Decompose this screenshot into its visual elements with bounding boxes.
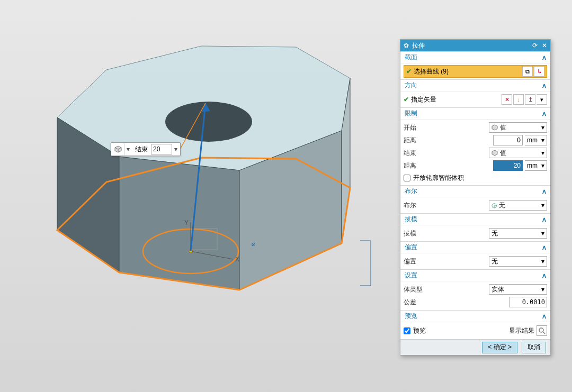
vector-dialog-icon[interactable]: ✕ (502, 94, 512, 105)
svg-text:X: X (235, 256, 239, 263)
cube-icon (491, 150, 498, 156)
end-mode-dropdown[interactable]: 值 ▾ (489, 148, 547, 158)
cube-icon (112, 143, 124, 155)
specify-vector-label: 指定矢量 (411, 95, 499, 104)
section-header-draft[interactable]: 拔模 ʌ (400, 213, 550, 225)
chevron-up-icon: ʌ (542, 110, 546, 117)
end-unit-dropdown[interactable]: mm▾ (525, 160, 547, 171)
section-header-offset[interactable]: 偏置 ʌ (400, 241, 550, 253)
offset-label: 偏置 (404, 257, 430, 266)
body-type-label: 体类型 (404, 285, 430, 294)
open-profile-checkbox[interactable] (404, 175, 410, 181)
chevron-up-icon: ʌ (542, 272, 546, 279)
end-distance-input[interactable] (493, 160, 523, 171)
start-distance-input[interactable] (493, 135, 523, 145)
svg-marker-16 (492, 125, 497, 130)
ok-button[interactable]: < 确定 > (482, 342, 517, 353)
start-label: 开始 (404, 123, 430, 132)
open-profile-label: 开放轮廓智能体积 (413, 174, 464, 183)
close-icon[interactable]: ✕ (542, 42, 547, 49)
section-header-limit[interactable]: 限制 ʌ (400, 107, 550, 119)
check-icon: ✔ (406, 68, 412, 75)
chevron-down-icon[interactable]: ▾ (537, 94, 547, 105)
section-header-direction[interactable]: 方向 ʌ (400, 79, 550, 91)
select-curve-label: 选择曲线 (9) (414, 67, 449, 76)
offset-dropdown[interactable]: 无▾ (489, 256, 547, 267)
dialog-title: 拉伸 (412, 41, 425, 50)
svg-text:Y: Y (184, 219, 189, 226)
magnifier-icon[interactable] (537, 325, 547, 336)
tolerance-input[interactable] (509, 297, 547, 307)
solid-side-2 (119, 157, 239, 290)
svg-line-19 (543, 332, 545, 334)
dialog-footer: < 确定 > 取消 (400, 339, 550, 355)
curve-rule-icon[interactable]: ↳ (534, 66, 544, 77)
check-icon: ✔ (404, 96, 409, 103)
sketch-section-icon[interactable]: ⧉ (522, 66, 533, 77)
cancel-button[interactable]: 取消 (522, 342, 546, 353)
chevron-up-icon: ʌ (542, 54, 546, 61)
end-label: 结束 (404, 149, 430, 158)
cube-icon (491, 124, 498, 131)
svg-point-18 (539, 328, 543, 332)
draft-label: 拔模 (404, 229, 430, 238)
svg-text:⌀: ⌀ (252, 240, 255, 248)
section-header-settings[interactable]: 设置 ʌ (400, 269, 550, 281)
boolean-label: 布尔 (404, 201, 430, 210)
chevron-up-icon: ʌ (542, 313, 546, 320)
none-icon: ◶ (491, 202, 497, 209)
preview-checkbox-label: 预览 (413, 326, 426, 335)
extrude-dialog: ✿ 拉伸 ⟳ ✕ 截面 ʌ ✔ 选择曲线 (9) ⧉ ↳ 方向 ʌ ✔ 指定矢量 (400, 39, 551, 355)
section-header-preview[interactable]: 预览 ʌ (400, 310, 550, 322)
select-curve-row[interactable]: ✔ 选择曲线 (9) ⧉ ↳ (404, 65, 547, 78)
extrude-end-flyout[interactable]: ▾ 结束 ▾ (111, 142, 181, 156)
flyout-label: 结束 (132, 145, 151, 154)
boolean-dropdown[interactable]: ◶ 无 ▾ (489, 200, 547, 211)
svg-marker-17 (492, 150, 497, 156)
end-distance-label: 距离 (404, 161, 430, 170)
reset-icon[interactable]: ⟳ (532, 42, 538, 49)
flyout-value-input[interactable] (151, 144, 172, 154)
preview-checkbox[interactable] (404, 327, 410, 334)
draft-dropdown[interactable]: 无▾ (489, 228, 547, 239)
start-unit-dropdown[interactable]: mm▾ (525, 135, 547, 145)
chevron-up-icon: ʌ (542, 216, 546, 223)
gear-icon: ✿ (404, 42, 409, 49)
chevron-down-icon[interactable]: ▾ (124, 145, 132, 153)
chevron-down-icon[interactable]: ▾ (172, 145, 180, 153)
dialog-titlebar[interactable]: ✿ 拉伸 ⟳ ✕ (400, 40, 550, 51)
start-mode-dropdown[interactable]: 值 ▾ (489, 122, 547, 133)
reverse-direction-icon[interactable]: ↥ (525, 94, 535, 105)
tolerance-label: 公差 (404, 298, 430, 307)
start-distance-label: 距离 (404, 136, 430, 145)
vector-constructor-icon[interactable]: ↓ (513, 94, 524, 105)
section-header-boolean[interactable]: 布尔 ʌ (400, 185, 550, 197)
section-header-profile[interactable]: 截面 ʌ (400, 51, 550, 63)
chevron-up-icon: ʌ (542, 82, 546, 89)
show-result-label: 显示结果 (509, 326, 534, 335)
body-type-dropdown[interactable]: 实体▾ (489, 284, 547, 295)
chevron-up-icon: ʌ (542, 244, 546, 251)
hole-top (165, 102, 252, 142)
chevron-up-icon: ʌ (542, 188, 546, 195)
